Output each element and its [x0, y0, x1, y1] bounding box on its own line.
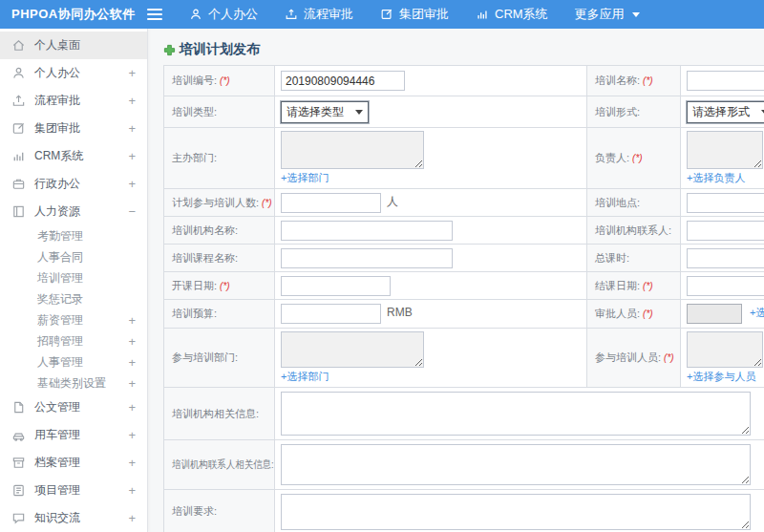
sidebar-item-personal-office[interactable]: 个人办公 + [0, 59, 147, 87]
select-leader-link[interactable]: +选择负责人 [687, 171, 764, 185]
sidebar-subitem-salary-management[interactable]: 薪资管理 + [0, 309, 147, 330]
training-no-label: 培训编号:(*) [164, 66, 275, 96]
sidebar-item-label: 用车管理 [34, 427, 80, 443]
required-marker: (*) [262, 198, 272, 208]
expand-indicator: + [128, 483, 136, 498]
course-name-input[interactable] [281, 248, 453, 268]
menu-toggle-icon[interactable] [147, 6, 162, 23]
topnav-workflow-approval[interactable]: 流程审批 [271, 0, 367, 29]
budget-input[interactable] [281, 304, 381, 324]
archive-icon [11, 456, 26, 470]
org-contact-info-textarea[interactable] [281, 444, 751, 485]
sidebar-item-archive-management[interactable]: 档案管理 + [0, 449, 147, 477]
expand-indicator: + [128, 334, 136, 349]
required-marker: (*) [643, 281, 653, 291]
select-approver-link[interactable]: +选择审批人员 [750, 306, 764, 320]
sidebar-subitem-training-management[interactable]: 培训管理 [0, 267, 147, 288]
briefcase-icon [11, 177, 26, 191]
topbar: PHPOA协同办公软件 个人办公 流程审批 集团审批 CRM系统 更多应用 [0, 0, 764, 29]
planned-count-input[interactable] [281, 193, 381, 213]
sidebar-subitem-recruitment[interactable]: 招聘管理 + [0, 330, 147, 351]
sidebar-item-knowledge-exchange[interactable]: 知识交流 + [0, 504, 147, 532]
workflow-icon [11, 94, 26, 108]
expand-indicator: + [128, 94, 136, 108]
unit-person: 人 [387, 195, 398, 208]
training-type-label: 培训类型: [164, 96, 275, 128]
row-dates: 开课日期:(*) 结课日期:(*) [164, 272, 764, 300]
sidebar-item-human-resources[interactable]: 人力资源 − [0, 198, 147, 225]
total-hours-input[interactable] [687, 248, 764, 268]
top-navigation: 个人办公 流程审批 集团审批 CRM系统 更多应用 [176, 0, 653, 29]
sidebar-item-vehicle-management[interactable]: 用车管理 + [0, 421, 147, 449]
training-name-input[interactable] [687, 71, 764, 91]
topnav-crm-system[interactable]: CRM系统 [462, 0, 562, 29]
requirements-textarea[interactable] [281, 494, 751, 530]
sidebar-subitem-attendance[interactable]: 考勤管理 [0, 225, 147, 246]
expand-indicator: + [128, 376, 136, 391]
approver-input[interactable] [687, 304, 742, 324]
sidebar-subitem-label: 考勤管理 [37, 228, 83, 245]
sidebar-item-crm-system[interactable]: CRM系统 + [0, 142, 147, 170]
sidebar-item-label: 集团审批 [34, 120, 80, 137]
sidebar-subitem-base-category-settings[interactable]: 基础类别设置 + [0, 372, 147, 394]
edit-icon [380, 8, 393, 21]
join-dept-textarea[interactable] [281, 331, 424, 368]
row-org-name-contact: 培训机构名称: 培训机构联系人: [164, 217, 764, 245]
training-type-select[interactable]: 请选择类型 [281, 101, 369, 123]
caret-down-icon [632, 12, 640, 17]
join-people-textarea[interactable] [687, 331, 763, 368]
sidebar-subitem-label: 人事管理 [37, 354, 83, 371]
org-contact-input[interactable] [687, 221, 764, 241]
planned-count-label: 计划参与培训人数:(*) [164, 189, 275, 217]
home-icon [11, 38, 26, 53]
sidebar-item-personal-desktop[interactable]: 个人桌面 [0, 32, 147, 59]
expand-indicator: + [128, 66, 136, 80]
sidebar-subitem-label: 薪资管理 [37, 312, 83, 329]
requirements-label: 培训要求: [164, 490, 275, 532]
sidebar-item-admin-office[interactable]: 行政办公 + [0, 170, 147, 198]
person-icon [189, 8, 202, 21]
location-input[interactable] [687, 193, 764, 213]
sidebar-item-workflow-approval[interactable]: 流程审批 + [0, 87, 147, 115]
host-dept-textarea[interactable] [281, 131, 424, 169]
start-date-input[interactable] [281, 276, 391, 296]
sidebar-item-group-approval[interactable]: 集团审批 + [0, 115, 147, 142]
location-label: 培训地点: [587, 189, 681, 217]
sidebar-item-label: 档案管理 [34, 455, 80, 471]
person-icon [11, 66, 26, 80]
sidebar-subitem-label: 培训管理 [37, 270, 83, 287]
expand-indicator: + [128, 355, 136, 370]
expand-indicator: + [128, 121, 136, 136]
required-marker: (*) [220, 75, 230, 86]
select-department-link[interactable]: +选择部门 [281, 171, 581, 185]
leader-textarea[interactable] [687, 131, 763, 169]
select-join-dept-link[interactable]: +选择部门 [281, 370, 581, 384]
sidebar-item-label: 流程审批 [34, 93, 80, 109]
topnav-group-approval[interactable]: 集团审批 [367, 0, 462, 29]
sidebar: 个人桌面 个人办公 + 流程审批 + 集团审批 + CRM系统 + 行政办公 +… [0, 29, 148, 532]
start-date-label: 开课日期:(*) [164, 272, 275, 300]
select-join-people-link[interactable]: +选择参与人员 [687, 370, 764, 384]
main-content: 培训计划发布 培训编号:(*) 培训名称:(*) 培训类型: 请选择类型 培训形… [149, 29, 764, 532]
row-budget-approver: 培训预算: RMB 审批人员:(*) +选择审批人员 [164, 300, 764, 329]
org-info-textarea[interactable] [281, 392, 751, 436]
sidebar-subitem-personnel-management[interactable]: 人事管理 + [0, 351, 147, 372]
sidebar-item-label: 人力资源 [34, 203, 80, 220]
sidebar-item-official-documents[interactable]: 公文管理 + [0, 394, 147, 421]
row-org-contact-info: 培训机构联系人相关信息: [164, 440, 764, 490]
end-date-input[interactable] [687, 276, 764, 296]
topnav-personal-office[interactable]: 个人办公 [176, 0, 271, 29]
training-form-select[interactable]: 请选择形式 [687, 101, 764, 123]
sidebar-item-label: 个人桌面 [34, 37, 80, 53]
org-info-label: 培训机构相关信息: [164, 388, 275, 440]
training-no-input[interactable] [281, 71, 405, 91]
leader-label: 负责人:(*) [587, 128, 681, 189]
chart-icon [11, 149, 26, 163]
sidebar-item-project-management[interactable]: 项目管理 + [0, 477, 147, 504]
sidebar-subitem-reward-punishment[interactable]: 奖惩记录 [0, 288, 147, 309]
topnav-more-apps[interactable]: 更多应用 [562, 0, 653, 29]
sidebar-subitem-hr-contract[interactable]: 人事合同 [0, 246, 147, 267]
topnav-label: 更多应用 [575, 6, 625, 23]
org-name-input[interactable] [281, 221, 453, 241]
caret-down-icon [355, 110, 363, 115]
